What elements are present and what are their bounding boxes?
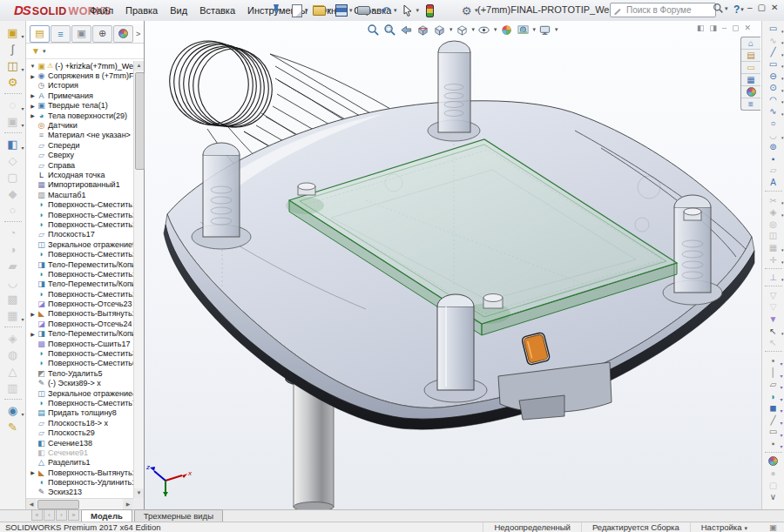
- centerpoint-arc-icon[interactable]: ◠▾: [763, 94, 784, 106]
- tree-expander-icon[interactable]: ▶: [29, 112, 37, 118]
- move-entities-icon[interactable]: ✛▾: [763, 253, 784, 266]
- vertical-scroll-thumb[interactable]: [135, 72, 145, 170]
- view-settings-icon[interactable]: [537, 23, 552, 37]
- appearances-icon[interactable]: [741, 86, 760, 98]
- smart-fasteners-icon[interactable]: ◫▾: [2, 57, 24, 74]
- apply-scene-icon[interactable]: [516, 23, 531, 37]
- dropdown-arrow-icon[interactable]: ▾: [349, 7, 353, 14]
- status-tag-icon[interactable]: ▣: [769, 522, 777, 532]
- quickbar-rebuild[interactable]: [422, 3, 437, 18]
- filter-planes-icon[interactable]: ▭▾: [763, 426, 784, 438]
- tree-item[interactable]: ◫Зеркальное отражение41: [29, 388, 133, 398]
- edit-appearance-ball-icon[interactable]: [763, 455, 784, 468]
- text-icon[interactable]: A: [763, 177, 784, 189]
- previous-window-icon[interactable]: ◧: [697, 24, 705, 32]
- apply-scene-icon[interactable]: ●: [763, 468, 784, 480]
- pin-icon[interactable]: [270, 3, 284, 17]
- quickbar-open[interactable]: ▾: [312, 3, 331, 18]
- save-icon[interactable]: [334, 3, 348, 18]
- delete-face-icon[interactable]: ▥: [2, 380, 24, 396]
- sketch-fillet-icon[interactable]: ◡▾: [763, 129, 784, 141]
- offset-entities-icon[interactable]: ◎: [763, 219, 784, 231]
- section-view-icon[interactable]: [416, 23, 430, 37]
- linear-component-pattern-icon[interactable]: ◌▾: [2, 97, 24, 113]
- straight-slot-icon[interactable]: ⊖▾: [763, 70, 784, 82]
- plane-icon[interactable]: ▱: [763, 165, 784, 177]
- restore-doc-icon[interactable]: ▢: [732, 24, 740, 32]
- tree-item[interactable]: ▱Плоскость29: [29, 428, 133, 437]
- dropdown-arrow-icon[interactable]: ▾: [781, 135, 784, 140]
- dropdown-arrow-icon[interactable]: ▾: [21, 105, 24, 111]
- mirror-components-icon[interactable]: ▣▾: [2, 113, 24, 130]
- dropdown-arrow-icon[interactable]: ▾: [781, 259, 784, 265]
- tree-expander-icon[interactable]: ▶: [29, 311, 37, 317]
- dropdown-arrow-icon[interactable]: ▾: [416, 7, 420, 14]
- tree-item[interactable]: ◗Поверхность-Сместить25: [29, 269, 133, 279]
- filter-icon[interactable]: ▼: [31, 46, 40, 56]
- extruded-surface-icon[interactable]: ◔: [2, 225, 24, 241]
- tree-item[interactable]: ▶▣Твердые тела(1): [29, 101, 133, 111]
- prev-tab-button[interactable]: ‹: [44, 509, 55, 521]
- dropdown-arrow-icon[interactable]: ▾: [781, 331, 784, 336]
- dropdown-arrow-icon[interactable]: ▾: [21, 66, 24, 72]
- tree-item[interactable]: ≡Материал <не указан>: [29, 131, 133, 140]
- view-palette-icon[interactable]: ▦: [741, 74, 760, 86]
- filter-faces-2-icon[interactable]: ▱▾: [763, 379, 784, 391]
- tree-filter-row[interactable]: ▼ ▾: [26, 44, 144, 59]
- scroll-right-arrow[interactable]: ▶: [123, 499, 133, 509]
- exploded-view-icon[interactable]: ⚙: [2, 74, 24, 91]
- menu-item-0[interactable]: Файл: [84, 1, 119, 20]
- swept-surface-icon[interactable]: ▰: [2, 258, 24, 274]
- dropdown-arrow-icon[interactable]: ▾: [449, 26, 453, 33]
- close-button[interactable]: ✕: [771, 3, 778, 12]
- search-box[interactable]: Поиск в Форуме: [610, 3, 716, 17]
- quickbar-file-properties[interactable]: [441, 3, 456, 18]
- expand-toolbar-icon[interactable]: ∨: [763, 491, 784, 503]
- dropdown-arrow-icon[interactable]: ▾: [781, 64, 784, 69]
- ruled-surface-icon[interactable]: △: [2, 363, 24, 380]
- quickbar-select[interactable]: ▾: [401, 3, 420, 18]
- dropdown-arrow-icon[interactable]: ▾: [781, 99, 784, 104]
- rebuild-icon[interactable]: [422, 3, 437, 18]
- planar-surface-icon[interactable]: ◍: [2, 347, 24, 363]
- new-icon[interactable]: [289, 3, 304, 18]
- spline-tools-icon[interactable]: ∿▾: [763, 35, 784, 47]
- edit-decal-icon[interactable]: ▢: [763, 479, 784, 491]
- select-icon[interactable]: ↖▾: [763, 325, 784, 337]
- next-window-icon[interactable]: ◨: [709, 24, 717, 32]
- menu-item-3[interactable]: Вставка: [193, 1, 241, 20]
- tree-expander-icon[interactable]: ▼: [29, 64, 37, 69]
- doc-tab-0[interactable]: Модель: [81, 509, 132, 522]
- filter-vertices-icon[interactable]: •▾: [763, 354, 784, 367]
- tree-item[interactable]: ▩Поверхность-Сшить17: [29, 339, 133, 348]
- mate-icon[interactable]: ∫: [2, 41, 24, 57]
- tree-item[interactable]: ▤Придать толщину8: [29, 408, 133, 418]
- tree-item[interactable]: ✎(-) Эскиз89-> x: [29, 379, 133, 388]
- tree-item[interactable]: ◗Поверхность-Сместить26: [29, 289, 133, 299]
- section-view-tool-icon[interactable]: ◉▾: [2, 402, 24, 419]
- options-icon[interactable]: ⚙: [459, 3, 474, 18]
- tree-item[interactable]: ▶◨Тело-Переместить/Копиров...: [29, 329, 133, 339]
- tree-item[interactable]: ◎Датчики: [29, 120, 133, 130]
- home-icon[interactable]: ⌂: [741, 37, 760, 50]
- tree-item[interactable]: ◩Тело-Удалить5: [29, 368, 133, 378]
- dropdown-arrow-icon[interactable]: ▾: [21, 122, 24, 128]
- dropdown-arrow-icon[interactable]: ▾: [781, 111, 784, 117]
- fm-tabs-overflow[interactable]: >: [136, 30, 140, 38]
- graphics-viewport[interactable]: x z ▾▾▾▾▾ ◧◨–▢✕: [145, 21, 761, 509]
- tree-vertical-scrollbar[interactable]: ▲ ▼: [133, 61, 144, 498]
- tree-item[interactable]: ▱Сверху: [29, 151, 133, 160]
- dropdown-arrow-icon[interactable]: ▾: [781, 88, 784, 93]
- quickbar-undo[interactable]: ↶▾: [378, 3, 397, 18]
- smart-dimension-icon[interactable]: ⊥▾: [763, 272, 784, 284]
- tree-item[interactable]: ◖Поверхность-Удлинить11: [29, 477, 133, 487]
- trim-entities-icon[interactable]: ✂▾: [763, 194, 784, 206]
- last-tab-button[interactable]: »: [68, 509, 79, 521]
- sketch-icon[interactable]: ▭▾: [763, 23, 784, 35]
- minimize-button[interactable]: –: [747, 3, 753, 12]
- quickbar-options[interactable]: ⚙▾: [459, 3, 478, 18]
- dropdown-arrow-icon[interactable]: ▾: [781, 40, 784, 45]
- dropdown-arrow-icon[interactable]: ▾: [781, 52, 784, 57]
- quickbar-new[interactable]: ▾: [289, 3, 308, 18]
- customize-status[interactable]: Настройка ▾: [690, 522, 758, 532]
